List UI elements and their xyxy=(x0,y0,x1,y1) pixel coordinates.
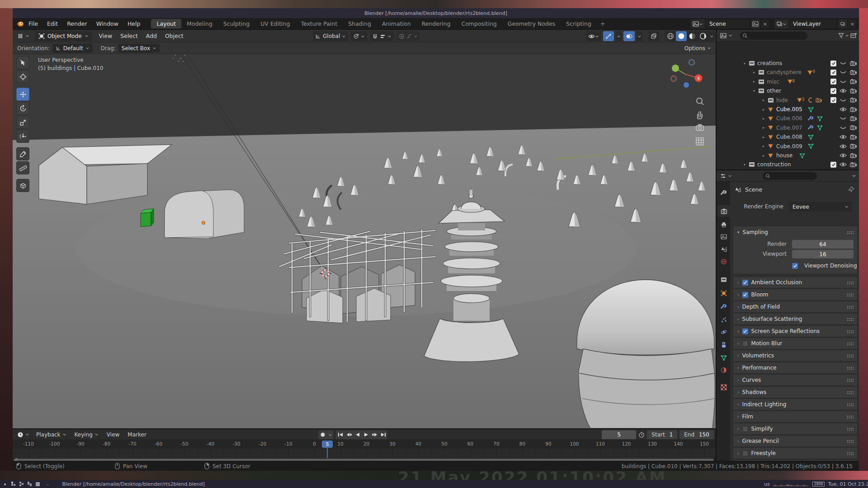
panel-expand-icon[interactable]: › xyxy=(737,292,739,297)
outliner-row[interactable]: ▾creations xyxy=(717,59,859,68)
panel-checkbox[interactable] xyxy=(742,450,748,456)
outliner-item-label[interactable]: Cube.008 xyxy=(776,134,802,140)
tab-compositing[interactable]: Compositing xyxy=(456,19,502,28)
tab-animation[interactable]: Animation xyxy=(377,19,416,28)
tab-render-properties[interactable] xyxy=(717,205,730,217)
menu-object[interactable]: Object xyxy=(161,33,188,39)
tab-data-properties[interactable] xyxy=(717,352,730,364)
tab-material-properties[interactable] xyxy=(717,364,730,376)
pivot-point-dropdown[interactable] xyxy=(351,31,367,41)
panel-drag-dots[interactable] xyxy=(847,305,854,309)
camera-visibility-icon[interactable] xyxy=(850,61,857,66)
options-dropdown[interactable]: Options xyxy=(684,45,711,52)
panel-drag-dots[interactable] xyxy=(847,440,854,443)
eye-closed-icon[interactable] xyxy=(840,125,847,131)
frame-end-field[interactable]: End150 xyxy=(679,430,714,439)
outliner-item-label[interactable]: hide xyxy=(776,97,788,103)
disclosure-triangle-icon[interactable]: ▸ xyxy=(761,126,766,130)
property-panel-depth-of-field[interactable]: ›Depth of Field xyxy=(733,301,858,313)
camera-visibility-icon[interactable] xyxy=(850,162,857,168)
camera-visibility-icon[interactable] xyxy=(850,70,857,75)
menu-render[interactable]: Render xyxy=(62,20,92,27)
menu-view[interactable]: View xyxy=(95,33,117,39)
tool-measure[interactable] xyxy=(16,161,29,174)
eye-open-icon[interactable] xyxy=(840,162,847,167)
panel-checkbox[interactable] xyxy=(742,328,748,334)
snapping-controls[interactable] xyxy=(370,31,394,41)
panel-drag-dots[interactable] xyxy=(847,318,854,321)
tab-viewlayer-properties[interactable] xyxy=(717,231,730,243)
outliner-editor-type-button[interactable] xyxy=(717,33,735,38)
panel-checkbox[interactable] xyxy=(742,426,748,432)
disclosure-triangle-icon[interactable]: ▾ xyxy=(742,61,747,66)
tab-tool-properties[interactable] xyxy=(717,187,730,199)
panel-drag-dots[interactable] xyxy=(847,354,854,357)
new-viewlayer-button[interactable] xyxy=(838,19,847,28)
tab-modeling[interactable]: Modeling xyxy=(181,19,218,28)
property-panel-simplify[interactable]: ›Simplify xyxy=(733,423,858,435)
disclosure-triangle-icon[interactable]: ▸ xyxy=(752,70,756,75)
workspace-tag[interactable] xyxy=(35,481,41,487)
disclosure-triangle-icon[interactable]: ▸ xyxy=(761,108,766,112)
tab-object-properties[interactable] xyxy=(717,287,730,299)
panel-drag-dots[interactable] xyxy=(847,427,854,431)
tab-collection-properties[interactable] xyxy=(717,274,730,286)
keyboard-layout-indicator[interactable]: us xyxy=(764,481,770,487)
properties-search-input[interactable] xyxy=(763,172,817,180)
object-visibility-dropdown[interactable] xyxy=(586,31,601,41)
blender-logo-icon[interactable] xyxy=(16,20,24,27)
eye-closed-icon[interactable] xyxy=(840,61,847,66)
panel-drag-dots[interactable] xyxy=(847,415,854,418)
property-panel-volumetrics[interactable]: ›Volumetrics xyxy=(733,350,858,361)
show-gizmo-toggle[interactable] xyxy=(603,31,614,41)
show-overlays-toggle[interactable] xyxy=(623,31,635,41)
outliner-item-label[interactable]: construction xyxy=(757,161,791,168)
exclude-checkbox[interactable] xyxy=(830,61,836,66)
workspace-tag[interactable] xyxy=(4,482,8,486)
panel-checkbox[interactable] xyxy=(742,292,748,298)
xray-toggle[interactable] xyxy=(648,31,659,41)
panel-expand-icon[interactable]: › xyxy=(737,305,739,309)
exclude-checkbox[interactable] xyxy=(830,88,836,94)
outliner-item-label[interactable]: house xyxy=(776,152,793,159)
menu-edit[interactable]: Edit xyxy=(42,20,62,27)
scene-name-field[interactable]: Scene xyxy=(706,19,749,28)
proportional-editing-controls[interactable] xyxy=(396,31,420,41)
play-button[interactable] xyxy=(362,430,370,439)
menu-playback[interactable]: Playback xyxy=(32,432,71,438)
panel-expand-icon[interactable]: › xyxy=(737,390,739,394)
disclosure-triangle-icon[interactable]: ▸ xyxy=(761,117,766,121)
timeline-track[interactable] xyxy=(13,449,716,458)
window-titlebar[interactable]: Blender [/home/amalie/Desktop/blender/rt… xyxy=(13,8,859,18)
outliner-row[interactable]: ▾other xyxy=(717,86,859,95)
camera-visibility-icon[interactable] xyxy=(850,153,857,159)
outliner-row[interactable]: ▸Cube.006 xyxy=(717,114,859,123)
keying-set-dropdown[interactable] xyxy=(327,430,333,439)
panel-drag-dots[interactable] xyxy=(847,366,854,370)
menu-marker[interactable]: Marker xyxy=(123,432,150,438)
tab-physics-properties[interactable] xyxy=(717,326,730,338)
outliner-item-label[interactable]: Cube.009 xyxy=(776,143,802,150)
pin-icon[interactable] xyxy=(848,186,854,192)
camera-visibility-icon[interactable] xyxy=(850,116,857,122)
camera-visibility-icon[interactable] xyxy=(850,79,857,84)
tab-output-properties[interactable] xyxy=(717,219,730,230)
panel-expand-icon[interactable]: › xyxy=(737,451,739,455)
next-keyframe-button[interactable] xyxy=(370,430,379,439)
new-collection-button[interactable] xyxy=(850,33,857,38)
panel-drag-dots[interactable] xyxy=(847,391,854,394)
properties-options-dropdown[interactable] xyxy=(852,174,856,178)
camera-visibility-icon[interactable] xyxy=(850,134,857,140)
disclosure-triangle-icon[interactable]: ▸ xyxy=(761,144,766,148)
outliner-row[interactable]: ▸candysphere6 xyxy=(717,68,859,77)
overlays-dropdown[interactable] xyxy=(637,31,642,41)
outliner-row[interactable]: ▸Cube.009 xyxy=(717,142,859,151)
property-panel-film[interactable]: ›Film xyxy=(733,411,858,422)
property-panel-indirect-lighting[interactable]: ›Indirect Lighting xyxy=(733,399,858,410)
panel-drag-dots[interactable] xyxy=(847,281,854,284)
tab-sculpting[interactable]: Sculpting xyxy=(218,19,255,28)
outliner-row[interactable]: ▸house xyxy=(717,151,859,160)
disclosure-triangle-icon[interactable]: ▸ xyxy=(761,135,766,139)
jump-to-end-button[interactable] xyxy=(379,430,387,439)
panel-drag-dots[interactable] xyxy=(847,342,854,345)
